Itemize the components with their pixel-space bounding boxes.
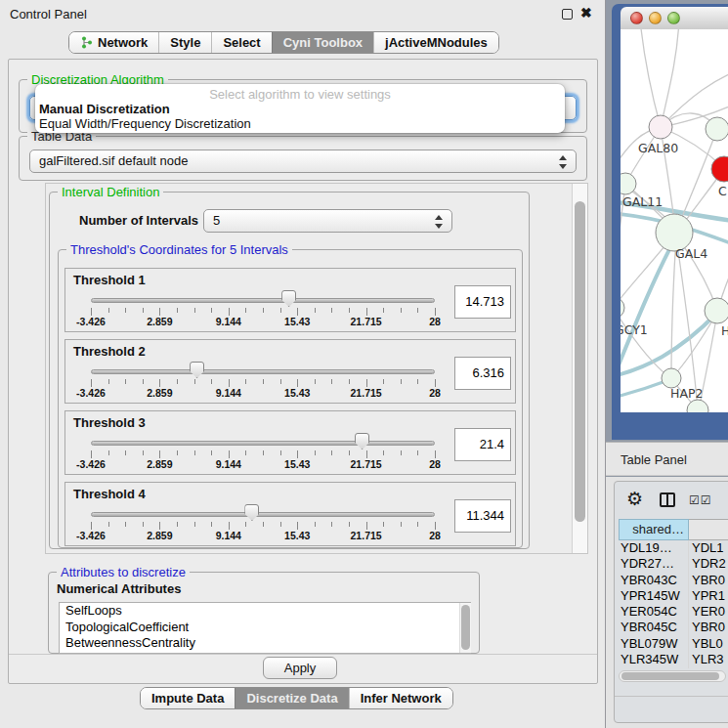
attribute-list-scrollbar[interactable] bbox=[459, 603, 471, 653]
tab-label: Network bbox=[98, 35, 148, 50]
network-node[interactable] bbox=[621, 297, 624, 319]
cell-shared-name[interactable]: YBR043C bbox=[619, 573, 689, 588]
table-data-combobox[interactable]: galFiltered.sif default node bbox=[29, 150, 577, 173]
cell-name[interactable]: YBR0 bbox=[689, 573, 728, 588]
apply-button[interactable]: Apply bbox=[263, 657, 337, 679]
vertical-scrollbar[interactable] bbox=[572, 184, 587, 553]
table-row[interactable]: YBR045CYBR0 bbox=[619, 620, 728, 635]
cell-shared-name[interactable]: YLR345W bbox=[619, 652, 689, 667]
slider-track[interactable] bbox=[91, 369, 435, 374]
slider-thumb[interactable] bbox=[190, 362, 204, 378]
horizontal-scrollbar[interactable] bbox=[619, 670, 726, 682]
cell-shared-name[interactable]: YIL053C bbox=[619, 667, 689, 668]
network-edge[interactable] bbox=[640, 29, 661, 127]
attribute-item[interactable]: TopologicalCoefficient bbox=[60, 620, 470, 636]
tab-infer-network[interactable]: Infer Network bbox=[349, 688, 452, 708]
threshold-value-field[interactable]: 6.316 bbox=[454, 357, 511, 390]
tick-label: -3.426 bbox=[76, 387, 106, 399]
slider-track[interactable] bbox=[91, 298, 435, 303]
tab-impute-data[interactable]: Impute Data bbox=[141, 688, 235, 708]
network-node[interactable] bbox=[711, 156, 728, 182]
tick-mark bbox=[417, 308, 418, 313]
network-edge[interactable] bbox=[661, 29, 679, 127]
table-panel-title: Table Panel bbox=[621, 452, 687, 467]
scrollbar-thumb[interactable] bbox=[621, 672, 719, 680]
cell-shared-name[interactable]: YBR045C bbox=[619, 620, 689, 635]
interval-scrollpane: Interval Definition Number of Intervals … bbox=[45, 183, 588, 554]
window-close-button[interactable] bbox=[630, 12, 643, 24]
node-label: GAL11 bbox=[622, 194, 663, 209]
tick-mark bbox=[108, 522, 109, 527]
tab-network[interactable]: Network bbox=[69, 32, 158, 53]
cell-name[interactable]: YBR0 bbox=[689, 620, 728, 635]
attribute-item[interactable]: BetweennessCentrality bbox=[60, 635, 470, 652]
dropdown-item-manual-discretization[interactable]: Manual Discretization bbox=[35, 102, 565, 116]
table-row[interactable]: YIL053CYIL0 bbox=[619, 667, 728, 668]
threshold-value-field[interactable]: 14.713 bbox=[454, 285, 511, 319]
cell-name[interactable]: YBL0 bbox=[689, 636, 728, 652]
tab-style[interactable]: Style bbox=[158, 32, 211, 53]
column-header-name[interactable]: n bbox=[689, 519, 728, 540]
checkbox-select-icons[interactable]: ☑☑ bbox=[689, 493, 712, 507]
network-canvas-svg[interactable]: GAL80GCGAL11GAL4GCY1HHAP2 bbox=[621, 29, 728, 412]
tick-mark bbox=[125, 308, 126, 313]
tab-label: Impute Data bbox=[151, 691, 224, 706]
slider-thumb[interactable] bbox=[281, 290, 296, 307]
window-zoom-button[interactable] bbox=[667, 12, 680, 24]
table-row[interactable]: YPR145WYPR1 bbox=[619, 588, 728, 604]
cell-name[interactable]: YER0 bbox=[689, 604, 728, 620]
table-row[interactable]: YBL079WYBL0 bbox=[619, 636, 728, 652]
tab-jactivemnodules[interactable]: jActiveMNodules bbox=[373, 32, 498, 53]
threshold-value-field[interactable]: 21.4 bbox=[454, 428, 511, 461]
gear-icon[interactable]: ⚙ bbox=[626, 488, 643, 509]
cell-shared-name[interactable]: YPR145W bbox=[619, 588, 689, 604]
tab-discretize-data[interactable]: Discretize Data bbox=[235, 688, 348, 708]
slider-track[interactable] bbox=[91, 441, 435, 446]
tick-mark bbox=[229, 450, 230, 458]
node-label: GAL4 bbox=[675, 246, 707, 261]
cell-name[interactable]: YIL0 bbox=[689, 667, 728, 668]
close-panel-icon[interactable]: ✖ bbox=[580, 5, 592, 21]
network-node[interactable] bbox=[649, 115, 672, 139]
cell-name[interactable]: YLR3 bbox=[689, 652, 728, 667]
cell-shared-name[interactable]: YDL19… bbox=[619, 540, 689, 556]
network-node[interactable] bbox=[705, 298, 728, 323]
cell-name[interactable]: YPR1 bbox=[689, 588, 728, 604]
table-row[interactable]: YDL19…YDL1 bbox=[619, 540, 728, 556]
table-row[interactable]: YLR345WYLR3 bbox=[619, 652, 728, 667]
network-node[interactable] bbox=[706, 117, 728, 141]
dropdown-item-equal-width-frequency[interactable]: Equal Width/Frequency Discretization bbox=[35, 116, 565, 131]
slider-thumb[interactable] bbox=[244, 504, 259, 521]
number-of-intervals-combobox[interactable]: 5 bbox=[203, 209, 452, 233]
tick-mark bbox=[245, 522, 246, 527]
tab-select[interactable]: Select bbox=[211, 32, 271, 53]
slider-thumb[interactable] bbox=[355, 433, 369, 450]
window-minimize-button[interactable] bbox=[649, 12, 662, 24]
columns-icon[interactable] bbox=[660, 492, 675, 507]
tab-cyni-toolbox[interactable]: Cyni Toolbox bbox=[272, 32, 373, 53]
network-window-titlebar[interactable] bbox=[621, 7, 728, 30]
network-canvas[interactable]: GAL80GCGAL11GAL4GCY1HHAP2 bbox=[621, 29, 728, 412]
tick-mark bbox=[331, 450, 332, 455]
scrollbar-thumb[interactable] bbox=[575, 201, 585, 522]
attribute-item[interactable]: SelfLoops bbox=[60, 603, 470, 620]
table-row[interactable]: YER054CYER0 bbox=[619, 604, 728, 620]
table-row[interactable]: YDR27…YDR2 bbox=[619, 556, 728, 572]
table-row[interactable]: YBR043CYBR0 bbox=[619, 573, 728, 588]
cell-shared-name[interactable]: YER054C bbox=[619, 604, 689, 620]
tick-mark bbox=[91, 450, 92, 458]
attribute-list[interactable]: SelfLoopsTopologicalCoefficientBetweenne… bbox=[59, 602, 471, 654]
divider bbox=[9, 654, 597, 655]
scrollbar-thumb[interactable] bbox=[461, 605, 470, 650]
tick-label: 2.859 bbox=[147, 530, 172, 541]
float-panel-icon[interactable] bbox=[562, 9, 573, 20]
column-header-shared-name[interactable]: shared… bbox=[619, 519, 689, 540]
network-node[interactable] bbox=[662, 368, 681, 388]
cell-name[interactable]: YDR2 bbox=[689, 556, 728, 572]
cell-shared-name[interactable]: YBL079W bbox=[619, 636, 689, 652]
cell-shared-name[interactable]: YDR27… bbox=[619, 556, 689, 572]
dropdown-item-placeholder[interactable]: Select algorithm to view settings bbox=[35, 87, 565, 102]
slider-track[interactable] bbox=[91, 512, 435, 517]
threshold-value-field[interactable]: 11.344 bbox=[454, 499, 511, 533]
cell-name[interactable]: YDL1 bbox=[689, 540, 728, 556]
